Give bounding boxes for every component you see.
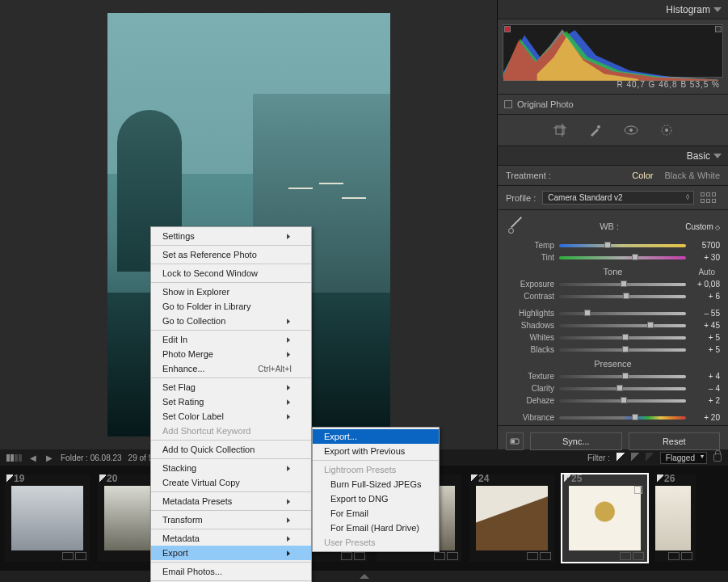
thumbnail[interactable]: 26 — [655, 474, 696, 562]
profile-dropdown[interactable]: Camera Standard v2 — [542, 191, 694, 205]
menu-item[interactable]: Burn Full-Sized JPEGs — [313, 477, 439, 491]
treatment-bw[interactable]: Black & White — [665, 171, 720, 180]
menu-item[interactable]: Photo Merge▶ — [151, 347, 311, 361]
slider-track[interactable] — [559, 283, 686, 286]
thumbnail[interactable]: 24 — [469, 474, 554, 562]
radial-tool-icon[interactable] — [658, 121, 675, 139]
slider-exposure[interactable]: Exposure+ 0,08 — [498, 278, 728, 290]
menu-item[interactable]: Show in Explorer — [151, 285, 311, 299]
slider-knob[interactable] — [622, 334, 629, 340]
menu-item[interactable]: Edit In▶ — [151, 332, 311, 347]
slider-highlights[interactable]: Highlights– 55 — [498, 307, 728, 319]
slider-whites[interactable]: Whites+ 5 — [498, 331, 728, 344]
slider-knob[interactable] — [622, 346, 629, 352]
folder-path[interactable]: Folder : 06.08.23 — [61, 453, 122, 462]
filter-lock-icon[interactable] — [713, 453, 722, 462]
menu-item[interactable]: Email Photos... — [151, 564, 311, 579]
slider-track[interactable] — [559, 387, 686, 390]
menu-item[interactable]: Transform▶ — [151, 512, 311, 527]
basic-header[interactable]: Basic — [498, 146, 728, 166]
slider-dehaze[interactable]: Dehaze+ 2 — [498, 394, 728, 407]
menu-item[interactable]: Export to DNG — [313, 491, 439, 506]
menu-item[interactable]: Set Rating▶ — [151, 394, 311, 409]
slider-shadows[interactable]: Shadows+ 45 — [498, 319, 728, 331]
reset-button[interactable]: Reset — [629, 432, 721, 450]
flag-unflagged-icon[interactable] — [631, 453, 639, 462]
context-menu[interactable]: Settings▶Set as Reference PhotoLock to S… — [150, 226, 312, 582]
slider-track[interactable] — [559, 312, 686, 315]
histogram[interactable] — [503, 24, 723, 78]
slider-value[interactable]: + 45 — [691, 321, 720, 330]
slider-tint[interactable]: Tint+ 30 — [498, 251, 728, 264]
flag-picked-icon[interactable] — [616, 453, 625, 462]
menu-item[interactable]: Set Color Label▶ — [151, 409, 311, 424]
slider-value[interactable]: + 2 — [691, 396, 720, 405]
brush-tool-icon[interactable] — [587, 121, 604, 139]
slider-knob[interactable] — [632, 414, 638, 420]
bottom-toggle-bar[interactable] — [0, 571, 728, 582]
slider-track[interactable] — [559, 399, 686, 403]
slider-knob[interactable] — [647, 322, 654, 328]
thumbnail[interactable]: 25 — [562, 474, 647, 562]
menu-item[interactable]: Export... — [313, 429, 439, 444]
slider-temp[interactable]: Temp5700 — [498, 239, 728, 251]
slider-value[interactable]: – 4 — [691, 384, 720, 393]
profile-browser-icon[interactable] — [701, 192, 720, 204]
menu-item[interactable]: Add to Quick Collection — [151, 442, 311, 457]
menu-item[interactable]: Export▶ — [151, 546, 311, 560]
slider-track[interactable] — [559, 336, 686, 340]
slider-track[interactable] — [559, 375, 686, 378]
nav-back-icon[interactable]: ◀ — [28, 453, 38, 462]
menu-item[interactable]: Metadata▶ — [151, 531, 311, 546]
slider-value[interactable]: + 20 — [691, 413, 720, 422]
menu-item[interactable]: Metadata Presets▶ — [151, 494, 311, 508]
slider-value[interactable]: + 6 — [691, 292, 720, 301]
export-submenu[interactable]: Export...Export with PreviousLightroom P… — [312, 427, 440, 552]
menu-item[interactable]: Go to Folder in Library — [151, 299, 311, 314]
treatment-color[interactable]: Color — [632, 171, 653, 180]
wb-dropdown[interactable]: Custom — [685, 222, 720, 231]
menu-item[interactable]: Create Virtual Copy — [151, 475, 311, 490]
histogram-header[interactable]: Histogram — [498, 0, 728, 19]
menu-item[interactable]: Settings▶ — [151, 229, 311, 243]
slider-knob[interactable] — [616, 385, 623, 391]
slider-value[interactable]: + 0,08 — [691, 280, 720, 289]
slider-knob[interactable] — [622, 373, 629, 379]
menu-item[interactable]: For Email (Hard Drive) — [313, 521, 439, 535]
crop-tool-icon[interactable] — [551, 121, 569, 139]
slider-blacks[interactable]: Blacks+ 5 — [498, 344, 728, 356]
redeye-tool-icon[interactable] — [622, 121, 640, 139]
sync-button[interactable]: Sync... — [530, 432, 622, 450]
slider-track[interactable] — [559, 295, 686, 298]
slider-value[interactable]: + 30 — [691, 253, 720, 262]
slider-value[interactable]: + 4 — [691, 372, 720, 381]
slider-track[interactable] — [559, 256, 686, 259]
slider-track[interactable] — [559, 324, 686, 327]
menu-item[interactable]: Lock to Second Window — [151, 266, 311, 280]
auto-button[interactable]: Auto — [695, 267, 718, 277]
menu-item[interactable]: Set as Reference Photo — [151, 247, 311, 262]
slider-knob[interactable] — [621, 397, 627, 403]
slider-knob[interactable] — [632, 254, 638, 260]
slider-value[interactable]: 5700 — [691, 241, 720, 250]
slider-value[interactable]: – 55 — [691, 309, 720, 318]
flag-rejected-icon[interactable] — [646, 453, 654, 462]
slider-knob[interactable] — [621, 280, 627, 287]
thumbnail[interactable]: 19 — [5, 474, 90, 562]
slider-knob[interactable] — [623, 293, 629, 299]
original-photo-checkbox[interactable] — [504, 100, 512, 108]
slider-track[interactable] — [559, 416, 686, 420]
slider-texture[interactable]: Texture+ 4 — [498, 370, 728, 382]
slider-knob[interactable] — [604, 242, 611, 248]
slider-clarity[interactable]: Clarity– 4 — [498, 382, 728, 394]
slider-value[interactable]: + 5 — [691, 333, 720, 342]
slider-value[interactable]: + 5 — [691, 345, 720, 354]
menu-item[interactable]: For Email — [313, 506, 439, 521]
toggle-switch-icon[interactable] — [506, 432, 524, 450]
slider-track[interactable] — [559, 348, 686, 352]
menu-item[interactable]: Enhance...Ctrl+Alt+I — [151, 361, 311, 376]
menu-item[interactable]: Set Flag▶ — [151, 380, 311, 394]
nav-fwd-icon[interactable]: ▶ — [44, 453, 54, 462]
menu-item[interactable]: Stacking▶ — [151, 461, 311, 475]
grid-view-icon[interactable] — [6, 454, 22, 462]
